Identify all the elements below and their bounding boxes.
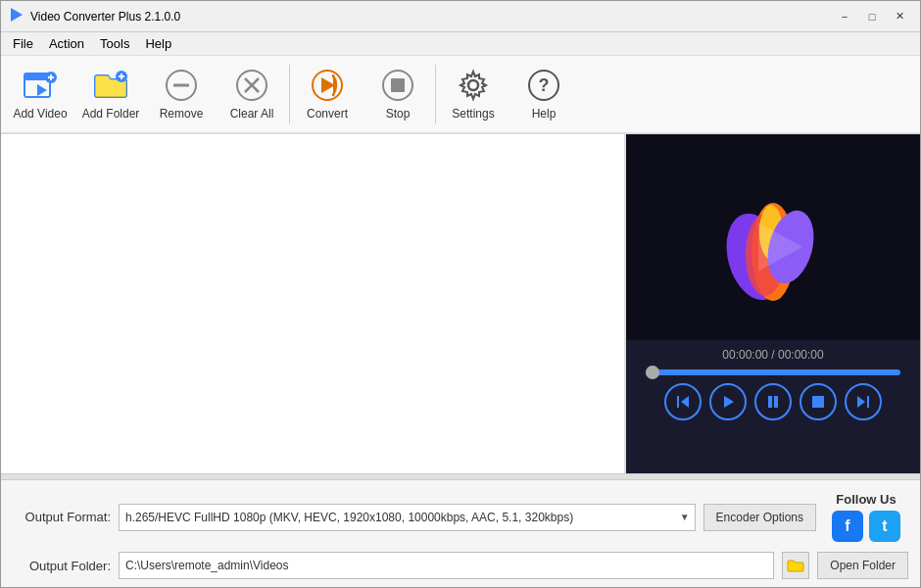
facebook-icon[interactable]: f	[832, 511, 863, 542]
maximize-button[interactable]: □	[859, 7, 885, 26]
progress-bar[interactable]	[646, 369, 900, 375]
svg-rect-33	[867, 396, 869, 408]
add-video-label: Add Video	[13, 107, 67, 121]
preview-video	[626, 134, 920, 340]
encoder-options-button[interactable]: Encoder Options	[703, 504, 816, 531]
close-button[interactable]: ✕	[887, 7, 912, 26]
clear-all-icon	[234, 68, 269, 103]
svg-marker-34	[857, 396, 865, 408]
svg-text:?: ?	[539, 75, 550, 95]
svg-rect-31	[774, 396, 778, 408]
menu-action[interactable]: Action	[41, 34, 92, 53]
app-title: Video Converter Plus 2.1.0.0	[30, 10, 832, 24]
svg-rect-32	[812, 396, 824, 408]
skip-start-button[interactable]	[664, 383, 702, 420]
folder-label: Output Folder:	[13, 559, 111, 573]
svg-rect-30	[768, 396, 772, 408]
format-select[interactable]: h.265/HEVC FullHD 1080p (MKV, HEVC, 1920…	[119, 504, 696, 531]
menu-file[interactable]: File	[5, 34, 41, 53]
add-folder-button[interactable]: Add Folder	[75, 57, 146, 131]
menu-help[interactable]: Help	[137, 34, 179, 53]
format-label: Output Format:	[13, 510, 111, 524]
follow-label: Follow Us	[836, 492, 896, 507]
output-folder-row: Output Folder: Open Folder	[13, 552, 908, 579]
play-button[interactable]	[709, 383, 747, 420]
add-video-icon	[23, 68, 58, 103]
svg-rect-27	[677, 396, 679, 408]
settings-button[interactable]: Settings	[438, 57, 509, 131]
remove-button[interactable]: Remove	[146, 57, 217, 131]
playback-controls	[664, 383, 882, 420]
folder-input[interactable]	[119, 552, 774, 579]
title-bar: Video Converter Plus 2.1.0.0 − □ ✕	[1, 1, 920, 32]
preview-logo	[704, 169, 842, 306]
file-list[interactable]	[1, 134, 626, 473]
add-folder-icon	[93, 68, 128, 103]
svg-rect-17	[391, 78, 405, 92]
help-icon: ?	[526, 68, 561, 103]
svg-marker-28	[681, 396, 689, 408]
pause-button[interactable]	[754, 383, 792, 420]
menu-tools[interactable]: Tools	[92, 34, 137, 53]
add-folder-label: Add Folder	[82, 107, 140, 121]
output-format-row: Output Format: h.265/HEVC FullHD 1080p (…	[13, 488, 908, 546]
progress-handle[interactable]	[646, 366, 659, 379]
settings-label: Settings	[452, 107, 494, 121]
social-icons: f t	[832, 511, 900, 542]
preview-stop-button[interactable]	[800, 383, 837, 420]
svg-point-18	[468, 80, 478, 90]
minimize-button[interactable]: −	[832, 7, 857, 26]
preview-panel: 00:00:00 / 00:00:00	[626, 134, 920, 473]
skip-end-button[interactable]	[845, 383, 882, 420]
menu-bar: File Action Tools Help	[1, 32, 920, 56]
settings-icon	[456, 68, 491, 103]
help-label: Help	[532, 107, 557, 121]
help-button[interactable]: ? Help	[509, 57, 579, 131]
clear-all-label: Clear All	[230, 107, 274, 121]
toolbar-separator-2	[435, 65, 436, 123]
add-video-button[interactable]: Add Video	[5, 57, 75, 131]
follow-us: Follow Us f t	[824, 488, 908, 546]
stop-label: Stop	[386, 107, 411, 121]
main-area: 00:00:00 / 00:00:00	[1, 134, 920, 473]
convert-icon	[310, 68, 345, 103]
clear-all-button[interactable]: Clear All	[217, 57, 287, 131]
svg-marker-29	[724, 396, 734, 408]
remove-icon	[164, 68, 199, 103]
folder-icon	[787, 558, 804, 573]
stop-button[interactable]: Stop	[363, 57, 433, 131]
svg-marker-0	[11, 8, 23, 22]
time-display: 00:00:00 / 00:00:00	[722, 348, 823, 362]
open-folder-button[interactable]: Open Folder	[817, 552, 908, 579]
twitter-icon[interactable]: t	[869, 511, 900, 542]
convert-label: Convert	[307, 107, 348, 121]
stop-icon	[380, 68, 415, 103]
convert-button[interactable]: Convert	[292, 57, 363, 131]
folder-browse-button[interactable]	[782, 552, 809, 579]
svg-marker-3	[37, 84, 47, 96]
output-settings: Output Format: h.265/HEVC FullHD 1080p (…	[1, 479, 920, 587]
toolbar-separator-1	[289, 65, 290, 123]
remove-label: Remove	[160, 107, 204, 121]
toolbar: Add Video Add Folder Remove	[1, 56, 920, 134]
app-icon	[9, 7, 24, 25]
format-select-wrapper: h.265/HEVC FullHD 1080p (MKV, HEVC, 1920…	[119, 504, 696, 531]
preview-controls: 00:00:00 / 00:00:00	[626, 340, 920, 473]
